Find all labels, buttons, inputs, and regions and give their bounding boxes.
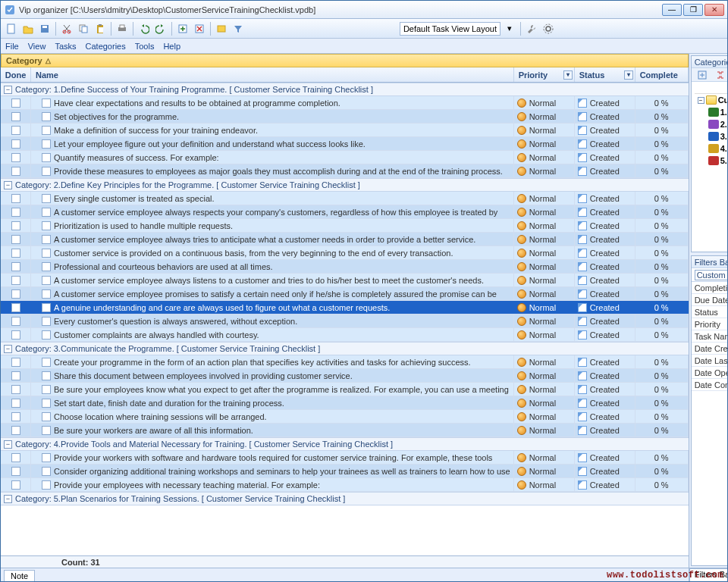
cell-status[interactable]: Created <box>575 369 635 382</box>
checkbox-icon[interactable] <box>42 153 51 162</box>
checkbox-icon[interactable] <box>11 385 20 394</box>
checkbox-icon[interactable] <box>11 221 20 230</box>
cell-done[interactable] <box>1 369 31 382</box>
tree-expand-icon[interactable] <box>695 67 710 83</box>
cell-status[interactable]: Created <box>575 110 635 123</box>
checkbox-icon[interactable] <box>11 139 20 149</box>
checkbox-icon[interactable] <box>42 167 51 176</box>
table-row[interactable]: Provide your workers with software and h… <box>1 451 689 465</box>
checkbox-icon[interactable] <box>11 126 20 135</box>
cell-priority[interactable]: Normal <box>514 396 575 409</box>
cell-done[interactable] <box>1 233 31 246</box>
cell-done[interactable] <box>1 164 31 177</box>
save-icon[interactable] <box>37 21 52 36</box>
cell-status[interactable]: Created <box>575 301 635 314</box>
cell-status[interactable]: Created <box>575 328 635 341</box>
expand-icon[interactable]: − <box>4 181 12 189</box>
table-row[interactable]: Be sure your workers are aware of all th… <box>1 424 689 437</box>
minimize-button[interactable]: — <box>662 4 682 16</box>
layout-dropdown-icon[interactable]: ▾ <box>502 21 517 36</box>
table-row[interactable]: Provide these measures to employees as m… <box>1 164 689 178</box>
table-row[interactable]: Every customer's question is always answ… <box>1 314 689 328</box>
menu-file[interactable]: File <box>5 42 19 51</box>
checkbox-icon[interactable] <box>42 249 51 258</box>
table-row[interactable]: Set objectives for the programme.NormalC… <box>1 110 689 124</box>
table-row[interactable]: Choose location where training sessions … <box>1 410 689 424</box>
cell-done[interactable] <box>1 410 31 423</box>
filter-custom-input[interactable]: Custom <box>695 270 727 280</box>
cell-status[interactable]: Created <box>575 314 635 327</box>
cell-priority[interactable]: Normal <box>514 246 575 259</box>
cell-status[interactable]: Created <box>575 355 635 368</box>
cell-done[interactable] <box>1 328 31 341</box>
table-row[interactable]: Set start date, finish date and duration… <box>1 396 689 410</box>
checkbox-icon[interactable] <box>11 208 20 217</box>
cell-status[interactable]: Created <box>575 219 635 232</box>
checkbox-icon[interactable] <box>42 480 51 490</box>
checkbox-icon[interactable] <box>11 99 20 108</box>
cell-status[interactable]: Created <box>575 274 635 286</box>
col-complete[interactable]: Complete <box>635 67 689 82</box>
tree-item[interactable]: 5.Plan Scenarios for Training S55 <box>695 155 727 167</box>
cell-status[interactable]: Created <box>575 246 635 259</box>
checkbox-icon[interactable] <box>42 385 51 394</box>
cell-status[interactable]: Created <box>575 192 635 205</box>
checkbox-icon[interactable] <box>11 194 20 203</box>
cell-priority[interactable]: Normal <box>514 314 575 327</box>
categories-tree[interactable]: UnD...T... −Customer Service Training Ch… <box>692 82 727 252</box>
cell-priority[interactable]: Normal <box>514 274 575 286</box>
grid-body[interactable]: −Category: 1.Define Success of Your Trai… <box>1 83 689 555</box>
checkbox-icon[interactable] <box>42 289 51 299</box>
table-row[interactable]: Have clear expectations and results to b… <box>1 96 689 110</box>
cut-icon[interactable] <box>59 21 74 36</box>
expand-icon[interactable]: − <box>4 86 12 94</box>
cell-priority[interactable]: Normal <box>514 233 575 246</box>
checkbox-icon[interactable] <box>42 112 51 121</box>
table-row[interactable]: Customer complaints are always handled w… <box>1 328 689 342</box>
layout-select[interactable]: Default Task View Layout <box>400 22 500 36</box>
group-header[interactable]: −Category: 4.Provide Tools and Material … <box>1 437 689 451</box>
cell-status[interactable]: Created <box>575 151 635 164</box>
filter-icon[interactable] <box>231 21 246 36</box>
checkbox-icon[interactable] <box>11 467 20 476</box>
table-row[interactable]: A customer service employee promises to … <box>1 287 689 301</box>
menu-categories[interactable]: Categories <box>86 42 126 51</box>
cell-priority[interactable]: Normal <box>514 164 575 177</box>
cell-priority[interactable]: Normal <box>514 219 575 232</box>
checkbox-icon[interactable] <box>42 194 51 203</box>
checkbox-icon[interactable] <box>42 399 51 408</box>
dropdown-icon[interactable]: ▾ <box>563 70 573 80</box>
cell-done[interactable] <box>1 424 31 436</box>
cell-priority[interactable]: Normal <box>514 478 575 491</box>
checkbox-icon[interactable] <box>11 262 20 271</box>
cell-status[interactable]: Created <box>575 96 635 109</box>
table-row[interactable]: A customer service employee always liste… <box>1 274 689 287</box>
checkbox-icon[interactable] <box>42 371 51 380</box>
table-row[interactable]: Let your employee figure out your defini… <box>1 137 689 151</box>
filter-row[interactable]: Status▾ <box>692 306 727 318</box>
expand-icon[interactable]: − <box>4 345 12 353</box>
expand-icon[interactable]: − <box>4 495 12 503</box>
cell-priority[interactable]: Normal <box>514 465 575 477</box>
add-task-icon[interactable] <box>175 21 190 36</box>
checkbox-icon[interactable] <box>42 412 51 421</box>
cell-done[interactable] <box>1 151 31 164</box>
group-header[interactable]: −Category: 1.Define Success of Your Trai… <box>1 83 689 96</box>
checkbox-icon[interactable] <box>42 208 51 217</box>
filter-row[interactable]: Date Opened▾ <box>692 367 727 379</box>
cell-done[interactable] <box>1 478 31 491</box>
checkbox-icon[interactable] <box>11 249 20 258</box>
new-icon[interactable] <box>4 21 19 36</box>
checkbox-icon[interactable] <box>11 317 20 326</box>
cell-done[interactable] <box>1 274 31 286</box>
checkbox-icon[interactable] <box>11 453 20 462</box>
menu-view[interactable]: View <box>28 42 46 51</box>
checkbox-icon[interactable] <box>42 467 51 476</box>
tree-item[interactable]: 4.Provide Tools and Material N33 <box>695 142 727 155</box>
checkbox-icon[interactable] <box>11 153 20 162</box>
menu-help[interactable]: Help <box>163 42 180 51</box>
undo-icon[interactable] <box>136 21 152 36</box>
tree-item[interactable]: 2.Define Key Principles for the1111 <box>695 118 727 130</box>
cell-priority[interactable]: Normal <box>514 151 575 164</box>
table-row[interactable]: Create your programme in the form of an … <box>1 355 689 369</box>
